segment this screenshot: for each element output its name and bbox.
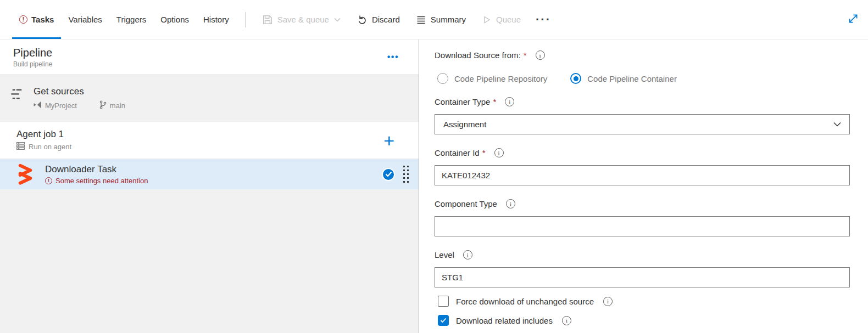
sources-icon — [10, 88, 24, 122]
force-download-label: Force download of unchanged source — [456, 297, 594, 306]
task-settings-form: Download Source from: * Code Pipeline Re… — [419, 39, 868, 333]
agent-job-item[interactable]: Agent job 1 Run on agent + — [0, 122, 419, 159]
radio-selected-icon — [570, 73, 581, 84]
level-input[interactable] — [435, 267, 850, 287]
pipeline-subtitle: Build pipeline — [13, 60, 52, 68]
tab-triggers[interactable]: Triggers — [109, 0, 153, 39]
info-icon[interactable] — [603, 297, 613, 306]
project-name: MyProject — [45, 101, 77, 110]
get-sources-item[interactable]: Get sources MyProject — [0, 75, 419, 122]
container-id-input[interactable] — [435, 165, 850, 185]
repo-icon — [34, 101, 42, 110]
save-queue-label: Save & queue — [277, 15, 329, 24]
add-task-button[interactable]: + — [383, 133, 394, 148]
container-type-select[interactable]: Assignment — [435, 114, 850, 134]
component-type-label: Component Type — [435, 199, 497, 208]
checkbox-force-download[interactable]: Force download of unchanged source — [438, 296, 850, 307]
save-icon — [263, 15, 272, 25]
checkbox-download-related[interactable]: Download related includes — [438, 315, 850, 326]
info-icon[interactable] — [536, 50, 545, 60]
required-asterisk: * — [493, 97, 496, 106]
radio-unselected-icon — [437, 73, 448, 84]
pipeline-header: Pipeline Build pipeline ••• — [0, 39, 419, 75]
tab-history-label: History — [203, 15, 229, 24]
radio-code-pipeline-repository[interactable]: Code Pipeline Repository — [437, 73, 547, 84]
branch-name: main — [110, 101, 125, 110]
tab-options[interactable]: Options — [153, 0, 196, 39]
list-icon — [416, 15, 426, 24]
checkbox-checked-icon — [438, 315, 449, 326]
pipeline-panel: Pipeline Build pipeline ••• Get sources — [0, 39, 419, 333]
info-icon[interactable] — [463, 250, 472, 259]
tab-tasks-label: Tasks — [31, 15, 54, 24]
info-icon[interactable] — [494, 148, 504, 157]
discard-label: Discard — [372, 15, 400, 24]
page-title: Pipeline — [13, 47, 52, 59]
tab-strip: Tasks Variables Triggers Options History — [12, 0, 236, 39]
save-queue-button[interactable]: Save & queue — [254, 0, 349, 39]
radio-code-pipeline-container[interactable]: Code Pipeline Container — [570, 73, 677, 84]
content-area: Pipeline Build pipeline ••• Get sources — [0, 39, 868, 333]
required-asterisk: * — [524, 50, 527, 60]
undo-icon — [357, 14, 367, 25]
downloader-task-item[interactable]: Downloader Task Some settings need atten… — [0, 159, 419, 189]
container-type-value: Assignment — [443, 120, 486, 129]
level-label-row: Level — [435, 250, 850, 259]
task-list-empty-area — [0, 189, 419, 333]
download-source-label: Download Source from: — [435, 50, 521, 60]
command-bar: Tasks Variables Triggers Options History… — [0, 0, 868, 39]
fullscreen-button[interactable] — [847, 13, 859, 27]
tab-triggers-label: Triggers — [116, 15, 146, 24]
info-icon[interactable] — [506, 199, 515, 208]
task-warning-icon — [45, 177, 52, 184]
agent-icon — [16, 142, 25, 151]
get-sources-title: Get sources — [34, 86, 125, 97]
checkbox-unchecked-icon — [438, 296, 449, 307]
chevron-down-icon — [833, 122, 841, 127]
bmc-logo-icon — [16, 163, 34, 186]
tab-history[interactable]: History — [196, 0, 236, 39]
play-icon — [482, 15, 491, 24]
agent-job-title: Agent job 1 — [16, 129, 71, 140]
expand-icon — [847, 13, 859, 27]
agent-job-subtitle: Run on agent — [29, 143, 71, 151]
radio-container-label: Code Pipeline Container — [587, 74, 677, 83]
container-type-label-row: Container Type * — [435, 97, 850, 106]
queue-button[interactable]: Queue — [474, 0, 529, 39]
tasks-warning-icon — [19, 15, 27, 24]
level-label: Level — [435, 250, 454, 259]
container-id-label-row: Container Id * — [435, 148, 850, 157]
info-icon[interactable] — [562, 316, 571, 325]
tab-variables-label: Variables — [68, 15, 102, 24]
component-type-label-row: Component Type — [435, 199, 850, 208]
queue-label: Queue — [496, 15, 521, 24]
download-source-label-row: Download Source from: * — [435, 50, 850, 60]
radio-repository-label: Code Pipeline Repository — [454, 74, 547, 83]
required-asterisk: * — [482, 148, 486, 157]
download-related-label: Download related includes — [456, 316, 553, 325]
discard-button[interactable]: Discard — [349, 0, 408, 39]
tab-variables[interactable]: Variables — [61, 0, 109, 39]
chevron-down-icon — [334, 18, 341, 22]
toolbar-divider — [245, 12, 246, 27]
summary-button[interactable]: Summary — [408, 0, 474, 39]
more-actions-button[interactable]: ··· — [529, 0, 558, 39]
tab-tasks[interactable]: Tasks — [12, 0, 61, 39]
container-id-label: Container Id — [435, 148, 480, 157]
summary-label: Summary — [431, 15, 466, 24]
task-warning-text: Some settings need attention — [55, 177, 148, 185]
task-title: Downloader Task — [45, 164, 148, 175]
drag-handle[interactable] — [403, 166, 409, 183]
download-source-radio-group: Code Pipeline Repository Code Pipeline C… — [437, 73, 850, 84]
info-icon[interactable] — [505, 97, 514, 106]
component-type-input[interactable] — [435, 216, 850, 236]
branch-icon — [99, 100, 107, 111]
tab-options-label: Options — [160, 15, 189, 24]
container-type-label: Container Type — [435, 97, 490, 106]
task-enabled-check-icon[interactable] — [382, 168, 395, 181]
